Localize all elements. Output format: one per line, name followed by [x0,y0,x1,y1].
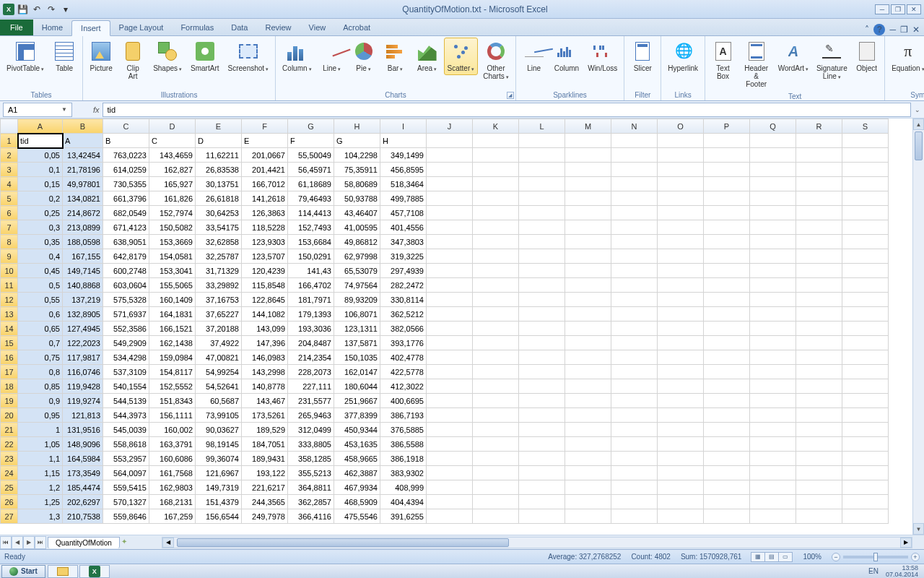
cell[interactable] [519,206,565,220]
cell[interactable] [658,148,704,163]
cell[interactable] [796,307,842,322]
cell[interactable]: 116,0746 [63,365,103,379]
cell[interactable]: 74,97564 [334,278,380,293]
cell[interactable] [796,480,842,495]
cell[interactable] [750,336,796,350]
cell[interactable]: E [242,134,288,148]
cell[interactable]: 564,0097 [103,466,149,480]
zoom-knob[interactable] [873,553,878,561]
row-header-23[interactable]: 23 [1,452,18,466]
cell[interactable] [427,293,473,307]
cell[interactable]: 377,8399 [334,408,380,423]
cell[interactable] [427,322,473,336]
cell[interactable] [473,307,519,322]
tab-page-layout[interactable]: Page Layout [110,20,173,35]
cell[interactable]: 126,3863 [242,206,288,220]
cell[interactable] [658,480,704,495]
zoom-slider[interactable]: − + [832,553,920,561]
cell[interactable] [565,509,611,524]
sheet-nav-first[interactable]: ⏮ [0,536,12,549]
cell[interactable]: 0,1 [18,163,63,177]
cell[interactable]: 75,35911 [334,163,380,177]
pivottable-button[interactable]: PivotTable [3,38,48,75]
cell[interactable] [704,509,750,524]
cell[interactable] [842,264,889,278]
cell[interactable] [427,163,473,177]
cell[interactable] [658,408,704,423]
cell[interactable] [704,423,750,437]
object-button[interactable]: Object [852,38,881,74]
cell[interactable]: 89,93209 [334,293,380,307]
scroll-left-icon[interactable]: ◀ [162,538,174,548]
cell[interactable] [565,148,611,163]
cell[interactable]: 149,7145 [63,264,103,278]
cell[interactable] [473,336,519,350]
cell[interactable]: 159,0984 [149,350,196,365]
cell[interactable] [750,408,796,423]
cell[interactable] [565,191,611,206]
cell[interactable] [611,509,658,524]
cell[interactable]: 559,8646 [103,509,149,524]
cell[interactable]: 1 [18,423,63,437]
cell[interactable] [842,220,889,235]
cell[interactable] [565,134,611,148]
cell[interactable]: 333,8805 [288,437,334,452]
cell[interactable]: 0,5 [18,278,63,293]
cell[interactable]: 0,6 [18,307,63,322]
cell[interactable] [565,452,611,466]
cell[interactable] [565,336,611,350]
cell[interactable] [750,235,796,249]
spreadsheet-grid[interactable]: ABCDEFGHIJKLMNOPQRS1tidABCDEFGH20,0513,4… [0,118,924,535]
cell[interactable]: 55,50049 [288,148,334,163]
cell[interactable]: 173,3549 [63,466,103,480]
scatter-chart-button[interactable]: Scatter [444,38,479,75]
cell[interactable]: 364,8811 [288,480,334,495]
cell[interactable] [473,452,519,466]
cell[interactable]: 123,1311 [334,322,380,336]
cell[interactable] [519,480,565,495]
cell[interactable]: 553,2957 [103,452,149,466]
cell[interactable] [796,163,842,177]
cell[interactable]: 0,25 [18,206,63,220]
cell[interactable]: 153,6684 [288,235,334,249]
cell[interactable]: 355,5213 [288,466,334,480]
col-header-Q[interactable]: Q [750,119,796,134]
row-header-24[interactable]: 24 [1,466,18,480]
cell[interactable] [842,336,889,350]
cell[interactable] [565,235,611,249]
cell[interactable]: 119,9274 [63,394,103,408]
area-chart-button[interactable]: Area [412,38,443,75]
cell[interactable] [704,191,750,206]
cell[interactable]: 671,4123 [103,220,149,235]
cell[interactable] [842,134,889,148]
cell[interactable] [842,408,889,423]
cell[interactable]: 0,4 [18,249,63,264]
row-header-16[interactable]: 16 [1,350,18,365]
zoom-in-button[interactable]: + [911,553,920,561]
cell[interactable] [796,394,842,408]
cell[interactable] [427,249,473,264]
cell[interactable]: 134,0821 [63,191,103,206]
wordart-button[interactable]: AWordArt [775,38,811,75]
textbox-button[interactable]: AText Box [708,38,738,82]
row-header-17[interactable]: 17 [1,365,18,379]
cell[interactable]: 402,4778 [380,350,427,365]
cell[interactable]: 468,5909 [334,495,380,509]
cell[interactable]: 123,5707 [242,249,288,264]
cell[interactable] [704,134,750,148]
cell[interactable] [796,264,842,278]
cell[interactable] [842,177,889,191]
cell[interactable]: 150,0291 [288,249,334,264]
cell[interactable]: 37,65227 [196,307,242,322]
cell[interactable]: 185,4474 [63,480,103,495]
cell[interactable] [704,220,750,235]
scroll-right-icon[interactable]: ▶ [900,538,912,548]
cell[interactable]: 0,45 [18,264,63,278]
cell[interactable]: 358,1285 [288,452,334,466]
doc-restore-icon[interactable]: ❐ [900,25,908,35]
cell[interactable] [704,408,750,423]
view-normal-button[interactable]: ▦ [751,552,765,562]
cell[interactable] [611,495,658,509]
cell[interactable]: 141,43 [288,264,334,278]
cell[interactable] [704,278,750,293]
